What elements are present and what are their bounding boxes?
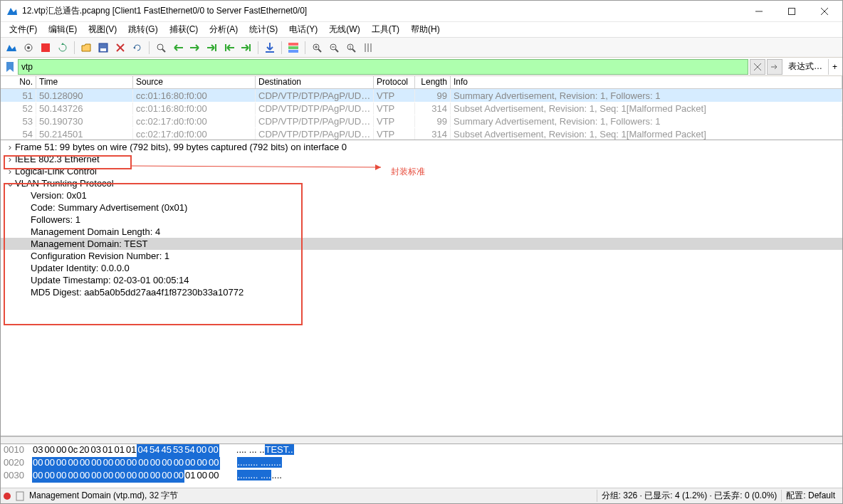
menu-item[interactable]: 分析(A) [205,22,242,37]
svg-point-5 [27,46,30,49]
packet-row[interactable]: 5150.128090cc:01:16:80:f0:00CDP/VTP/DTP/… [1,89,842,102]
status-profile[interactable]: 配置: Default [781,490,839,502]
annotation-arrow [132,160,388,172]
app-window: 12.vtp汇总通告.pcapng [Client1 FastEthernet0… [0,0,843,504]
menu-item[interactable]: 电话(Y) [285,22,322,37]
status-field: Management Domain (vtp.md), 32 字节 [29,490,178,502]
status-packets: 分组: 326 · 已显示: 4 (1.2%) · 已丢弃: 0 (0.0%) [597,490,782,502]
apply-filter-button[interactable] [767,59,782,75]
window-title: 12.vtp汇总通告.pcapng [Client1 FastEthernet0… [22,5,743,17]
svg-line-12 [162,49,165,52]
capture-file-icon [15,491,25,501]
titlebar: 12.vtp汇总通告.pcapng [Client1 FastEthernet0… [1,1,842,22]
packet-row[interactable]: 5350.190730cc:02:17:d0:f0:00CDP/VTP/DTP/… [1,115,842,127]
menu-item[interactable]: 帮助(H) [407,22,444,37]
capture-options-icon[interactable] [21,40,36,56]
svg-rect-18 [288,46,298,49]
stop-icon[interactable] [38,40,53,56]
col-length[interactable]: Length [415,76,451,88]
minimize-button[interactable] [743,1,775,21]
menu-item[interactable]: 编辑(E) [44,22,81,37]
first-icon[interactable] [221,40,237,56]
packet-row[interactable]: 5250.143726cc:01:16:80:f0:00CDP/VTP/DTP/… [1,102,842,115]
autoscroll-icon[interactable] [262,40,278,56]
zoom-reset-icon[interactable]: 1 [343,40,359,56]
menubar: 文件(F)编辑(E)视图(V)跳转(G)捕获(C)分析(A)统计(S)电话(Y)… [1,22,842,38]
last-icon[interactable] [239,40,254,56]
resize-columns-icon[interactable] [360,40,376,56]
packet-details[interactable]: ›Frame 51: 99 bytes on wire (792 bits), … [1,140,842,436]
close-button[interactable] [808,1,841,21]
svg-rect-19 [288,50,298,53]
toolbar: 1 [1,38,842,58]
clear-filter-button[interactable] [750,59,765,75]
expression-button[interactable]: 表达式… [782,61,828,73]
col-source[interactable]: Source [133,76,256,88]
annotation-label: 封装标准 [391,166,425,178]
packet-row[interactable]: 5450.214501cc:02:17:d0:f0:00CDP/VTP/DTP/… [1,127,842,140]
svg-rect-17 [288,43,298,46]
col-destination[interactable]: Destination [256,76,374,88]
menu-item[interactable]: 统计(S) [245,22,282,37]
col-protocol[interactable]: Protocol [374,76,415,88]
wireshark-icon [6,6,18,17]
hex-row[interactable]: 002000 00 00 00 00 00 00 00 00 00 00 00 … [1,457,842,470]
find-icon[interactable] [153,40,169,56]
packet-list[interactable]: No. Time Source Destination Protocol Len… [1,76,842,140]
svg-line-26 [335,49,338,52]
svg-point-11 [157,44,163,50]
display-filter-input[interactable] [18,59,748,75]
svg-line-35 [132,166,381,167]
expert-info-icon[interactable] [4,493,11,500]
menu-item[interactable]: 工具(T) [367,22,404,37]
add-filter-button[interactable]: + [828,59,841,75]
reload-icon[interactable] [130,40,145,56]
back-icon[interactable] [170,40,186,56]
window-controls [743,1,841,21]
zoom-in-icon[interactable] [309,40,325,56]
svg-text:1: 1 [349,45,352,50]
hex-row[interactable]: 003000 00 00 00 00 00 00 00 00 00 00 00 … [1,470,842,483]
menu-item[interactable]: 视图(V) [84,22,121,37]
col-info[interactable]: Info [451,76,842,88]
splitter[interactable] [1,436,842,443]
maximize-button[interactable] [775,1,808,21]
menu-item[interactable]: 文件(F) [5,22,41,37]
annotation-box-vtp [4,183,303,325]
close-file-icon[interactable] [112,40,128,56]
save-icon[interactable] [95,40,111,56]
svg-rect-36 [16,492,23,500]
svg-line-29 [352,49,355,52]
restart-icon[interactable] [55,40,70,56]
svg-rect-1 [789,8,795,14]
svg-rect-6 [41,43,50,52]
statusbar: Management Domain (vtp.md), 32 字节 分组: 32… [1,488,842,503]
zoom-out-icon[interactable] [326,40,342,56]
menu-item[interactable]: 无线(W) [325,22,364,37]
svg-rect-8 [100,48,106,51]
shark-icon[interactable] [4,40,19,56]
menu-item[interactable]: 跳转(G) [124,22,162,37]
goto-icon[interactable] [204,40,220,56]
packet-list-header: No. Time Source Destination Protocol Len… [1,76,842,89]
col-time[interactable]: Time [36,76,133,88]
filter-bar: 表达式… + [1,58,842,76]
col-no[interactable]: No. [1,76,36,88]
open-icon[interactable] [78,40,94,56]
forward-icon[interactable] [187,40,203,56]
colorize-icon[interactable] [286,40,301,56]
svg-line-23 [318,49,321,52]
menu-item[interactable]: 捕获(C) [165,22,203,37]
hex-row[interactable]: 001003 00 00 0c 20 03 01 01 01 04 54 45 … [1,444,842,457]
detail-frame[interactable]: ›Frame 51: 99 bytes on wire (792 bits), … [1,141,842,153]
annotation-box-ieee [4,155,132,169]
hex-pane[interactable]: 001003 00 00 0c 20 03 01 01 01 04 54 45 … [1,443,842,488]
filter-bookmark-icon[interactable] [4,59,16,75]
